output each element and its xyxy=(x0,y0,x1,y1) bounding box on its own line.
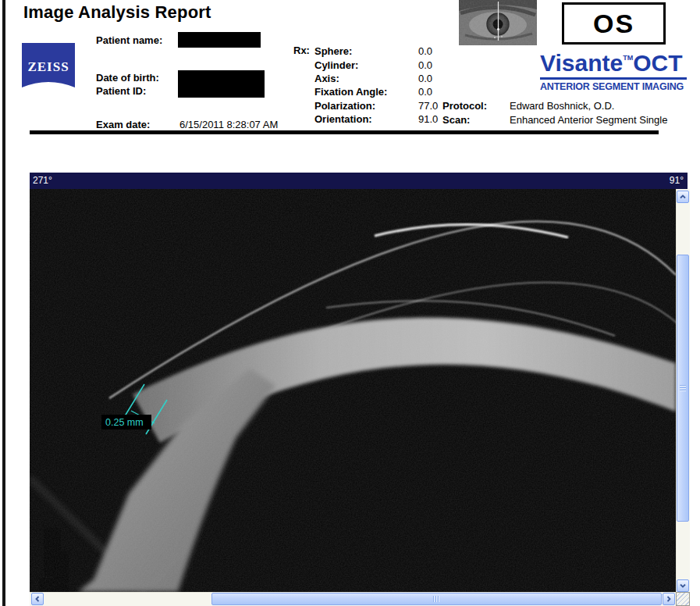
rx-fixation-angle-value: 0.0 xyxy=(418,86,432,98)
exam-date-value: 6/15/2011 8:28:07 AM xyxy=(179,119,278,130)
scroll-left-button[interactable] xyxy=(31,593,44,605)
rx-row: Sphere: 0.0 xyxy=(314,45,438,58)
zeiss-logo-text: ZEISS xyxy=(27,59,69,74)
visante-tagline: ANTERIOR SEGMENT IMAGING xyxy=(540,81,688,92)
rx-orientation-value: 91.0 xyxy=(418,113,438,125)
scan-label: Scan: xyxy=(442,114,510,126)
measurement-label: 0.25 mm xyxy=(105,417,144,428)
eye-photo-noise xyxy=(459,0,537,45)
meridian-bar: 271° 91° xyxy=(30,173,688,189)
protocol-row: Protocol: Edward Boshnick, O.D. xyxy=(442,99,667,113)
scroll-right-button[interactable] xyxy=(663,593,675,605)
protocol-value: Edward Boshnick, O.D. xyxy=(510,100,614,112)
chevron-down-icon xyxy=(679,582,687,590)
trademark-symbol: TM xyxy=(623,54,633,62)
report-page: Image Analysis Report ZEISS Patient name… xyxy=(0,0,700,606)
patient-name-redacted xyxy=(178,32,261,48)
rx-row: Fixation Angle: 0.0 xyxy=(314,85,438,98)
exam-date-label: Exam date: xyxy=(96,119,150,130)
laterality-indicator: OS xyxy=(562,2,666,45)
visante-logo: VisanteTMOCT ANTERIOR SEGMENT IMAGING xyxy=(540,45,688,92)
visante-logo-rule xyxy=(540,77,687,80)
oct-viewer: 271° 91° xyxy=(30,173,690,606)
protocol-label: Protocol: xyxy=(442,100,510,112)
oct-scan-image[interactable]: 0.25 mm xyxy=(30,189,676,592)
scan-row: Scan: Enhanced Anterior Segment Single xyxy=(442,113,667,127)
patient-id-label: Patient ID: xyxy=(96,85,146,97)
right-meridian-angle: 91° xyxy=(670,175,684,186)
rx-row: Orientation: 91.0 xyxy=(314,112,438,126)
rx-sphere-value: 0.0 xyxy=(418,45,432,57)
scrollbar-thumb-grip xyxy=(680,385,686,392)
protocol-section: Protocol: Edward Boshnick, O.D. Scan: En… xyxy=(442,99,667,127)
rx-polarization-value: 77.0 xyxy=(418,100,438,112)
scroll-down-button[interactable] xyxy=(677,579,689,592)
zeiss-logo: ZEISS xyxy=(22,43,75,88)
header-divider xyxy=(30,130,659,134)
dob-label: Date of birth: xyxy=(96,72,159,84)
rx-row: Polarization: 77.0 xyxy=(314,99,438,112)
chevron-left-icon xyxy=(34,595,41,603)
chevron-up-icon xyxy=(679,193,687,201)
left-meridian-angle: 271° xyxy=(33,175,52,186)
visante-wordmark: VisanteTMOCT xyxy=(540,45,688,76)
resize-grip[interactable] xyxy=(676,592,690,606)
scrollbar-thumb-grip xyxy=(433,596,440,602)
patient-id-redacted xyxy=(178,70,265,98)
scan-noise-overlay xyxy=(30,189,676,592)
page-title: Image Analysis Report xyxy=(23,2,211,23)
rx-rows: Sphere: 0.0 Cylinder: 0.0 Axis: 0.0 Fixa… xyxy=(314,45,438,126)
laterality-text: OS xyxy=(593,9,634,39)
vertical-scrollbar-thumb[interactable] xyxy=(677,255,689,522)
rx-axis-value: 0.0 xyxy=(418,73,432,84)
eye-photo-thumbnail xyxy=(459,0,537,45)
scroll-up-button[interactable] xyxy=(677,191,689,203)
horizontal-scrollbar-thumb[interactable] xyxy=(211,593,662,605)
rx-cylinder-value: 0.0 xyxy=(418,59,432,71)
page-left-rule xyxy=(2,0,5,606)
rx-section: Rx: Sphere: 0.0 Cylinder: 0.0 Axis: 0.0 … xyxy=(293,45,438,126)
scan-value: Enhanced Anterior Segment Single xyxy=(510,114,667,126)
chevron-right-icon xyxy=(665,595,673,603)
rx-label: Rx: xyxy=(293,45,314,126)
rx-row: Axis: 0.0 xyxy=(314,72,438,85)
rx-row: Cylinder: 0.0 xyxy=(314,58,438,71)
patient-name-label: Patient name: xyxy=(96,34,162,46)
